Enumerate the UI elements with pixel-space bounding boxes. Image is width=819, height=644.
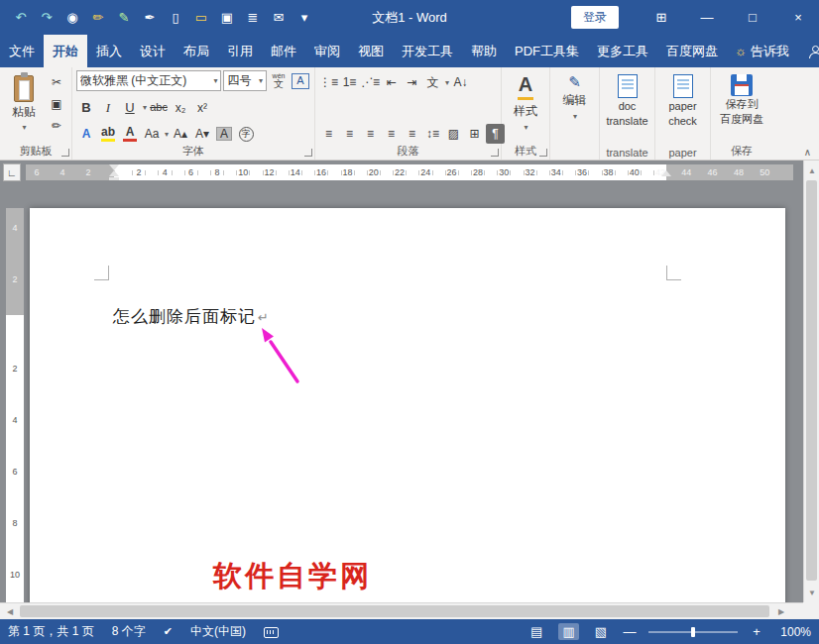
input-method-icon[interactable]	[264, 627, 279, 638]
copy-button[interactable]: ▣	[47, 94, 66, 114]
scroll-down-icon[interactable]: ▼	[804, 585, 819, 600]
decrease-indent-button[interactable]: ⇤	[382, 72, 401, 92]
italic-button[interactable]: I	[98, 98, 118, 118]
minimize-button[interactable]: —	[690, 10, 724, 25]
styles-dialog-launcher[interactable]	[539, 149, 547, 157]
print-icon[interactable]: ≣	[246, 10, 260, 25]
borders-button[interactable]: ⊞	[465, 124, 484, 144]
tab-selector[interactable]: ∟	[3, 163, 21, 181]
tab-mailings[interactable]: 邮件	[262, 35, 305, 67]
vertical-scrollbar[interactable]: ▲ ▼	[803, 161, 819, 602]
phonetic-guide-button[interactable]: wén文	[269, 71, 289, 91]
editing-button[interactable]: ✎ 编辑 ▾	[554, 70, 595, 144]
open-folder-icon[interactable]: ▭	[194, 10, 208, 25]
document-page[interactable]: 怎么删除后面标记↵ 软件自学网 WWW.RJZXW.COM	[30, 208, 785, 602]
save-icon[interactable]: ▣	[220, 10, 234, 25]
increase-indent-button[interactable]: ⇥	[403, 72, 421, 92]
align-right-button[interactable]: ≡	[361, 124, 380, 144]
paper-check-button[interactable]: paper check	[659, 70, 706, 144]
horizontal-scroll-thumb[interactable]	[20, 605, 769, 617]
grow-font-button[interactable]: A▴	[171, 124, 190, 144]
paste-button[interactable]: 粘贴 ▾	[4, 70, 44, 144]
numbering-button[interactable]: 1≡	[340, 72, 359, 92]
zoom-out-button[interactable]: —	[623, 624, 637, 639]
scroll-up-icon[interactable]: ▲	[804, 162, 819, 178]
chevron-down-icon[interactable]: ▾	[445, 78, 449, 87]
left-indent-marker[interactable]	[109, 177, 119, 180]
proofing-status-icon[interactable]: ✔	[164, 625, 173, 638]
bold-button[interactable]: B	[76, 98, 96, 118]
tell-me-box[interactable]: ☼ 告诉我	[727, 35, 797, 67]
tab-layout[interactable]: 布局	[175, 35, 218, 67]
multilevel-list-button[interactable]: ⋰≡	[361, 72, 380, 92]
find-icon[interactable]: ◉	[65, 10, 79, 25]
horizontal-scrollbar[interactable]: ◀ ▶	[0, 602, 803, 619]
tab-insert[interactable]: 插入	[87, 35, 131, 67]
word-count[interactable]: 8 个字	[112, 623, 146, 640]
font-color-button[interactable]: A	[120, 124, 140, 144]
share-button[interactable]: 共享	[797, 35, 819, 67]
text-effects-button[interactable]: A	[76, 124, 96, 144]
justify-button[interactable]: ≡	[382, 124, 401, 144]
bullets-button[interactable]: ⋮≡	[319, 72, 338, 92]
distribute-button[interactable]: ≡	[403, 124, 421, 144]
close-button[interactable]: ×	[781, 10, 815, 25]
chevron-down-icon[interactable]: ▾	[143, 103, 147, 112]
font-size-combobox[interactable]: 四号 ▾	[223, 70, 267, 91]
tab-help[interactable]: 帮助	[462, 35, 506, 67]
font-name-combobox[interactable]: 微软雅黑 (中文正文) ▾	[76, 70, 221, 91]
asian-layout-button[interactable]: 文	[423, 72, 442, 92]
mail-icon[interactable]: ✉	[272, 10, 286, 25]
tab-developer[interactable]: 开发工具	[393, 35, 462, 67]
styles-button[interactable]: A 样式 ▾	[506, 70, 545, 144]
format-brush-icon[interactable]: ✏	[91, 10, 105, 25]
character-shading-button[interactable]: A	[214, 124, 234, 144]
tab-design[interactable]: 设计	[131, 35, 175, 67]
change-case-button[interactable]: Aa	[142, 124, 162, 144]
redo-icon[interactable]: ↷	[40, 10, 54, 25]
tab-references[interactable]: 引用	[218, 35, 262, 67]
hanging-indent-marker[interactable]	[109, 170, 119, 176]
tab-view[interactable]: 视图	[349, 35, 393, 67]
login-button[interactable]: 登录	[571, 6, 619, 29]
clipboard-dialog-launcher[interactable]	[61, 149, 69, 157]
ribbon-display-options-icon[interactable]: ⊞	[644, 10, 678, 25]
highlight-color-button[interactable]: ab	[98, 124, 118, 144]
subscript-button[interactable]: x₂	[171, 98, 190, 118]
save-to-baidu-button[interactable]: 保存到 百度网盘	[715, 70, 768, 144]
doc-translate-button[interactable]: doc translate	[604, 70, 650, 144]
zoom-slider[interactable]	[648, 631, 738, 633]
scroll-right-icon[interactable]: ▶	[773, 603, 789, 619]
sort-button[interactable]: A↓	[451, 72, 470, 92]
eyedropper-icon[interactable]: ✒	[143, 10, 157, 25]
web-layout-button[interactable]: ▧	[591, 623, 611, 640]
tab-file[interactable]: 文件	[0, 35, 44, 67]
edit-icon[interactable]: ✎	[117, 10, 131, 25]
zoom-in-button[interactable]: +	[750, 624, 763, 639]
strikethrough-button[interactable]: abc	[149, 98, 169, 118]
cut-button[interactable]: ✂	[47, 72, 66, 92]
tab-more-tools[interactable]: 更多工具	[588, 35, 657, 67]
chevron-down-icon[interactable]: ▾	[165, 130, 169, 139]
tab-pdf-tools[interactable]: PDF工具集	[506, 35, 588, 67]
align-left-button[interactable]: ≡	[319, 124, 338, 144]
tab-home[interactable]: 开始	[44, 35, 87, 67]
undo-icon[interactable]: ↶	[14, 10, 28, 25]
line-spacing-button[interactable]: ↕≡	[423, 124, 442, 144]
tab-baidu-netdisk[interactable]: 百度网盘	[657, 35, 727, 67]
collapse-ribbon-icon[interactable]: ∧	[804, 147, 811, 158]
zoom-slider-thumb[interactable]	[691, 627, 695, 637]
qat-more-icon[interactable]: ▾	[297, 10, 311, 25]
font-dialog-launcher[interactable]	[304, 149, 312, 157]
read-mode-button[interactable]: ▤	[526, 623, 546, 640]
zoom-level[interactable]: 100%	[775, 625, 811, 639]
format-painter-button[interactable]: ✏	[47, 116, 66, 136]
vertical-scroll-thumb[interactable]	[806, 180, 817, 581]
character-border-button[interactable]: A	[291, 71, 310, 91]
print-layout-button[interactable]: ▥	[558, 623, 578, 640]
right-indent-marker[interactable]	[661, 170, 671, 176]
shading-button[interactable]: ▨	[444, 124, 463, 144]
enclose-characters-button[interactable]: 字	[236, 124, 256, 144]
align-center-button[interactable]: ≡	[340, 124, 359, 144]
paragraph-dialog-launcher[interactable]	[491, 149, 499, 157]
